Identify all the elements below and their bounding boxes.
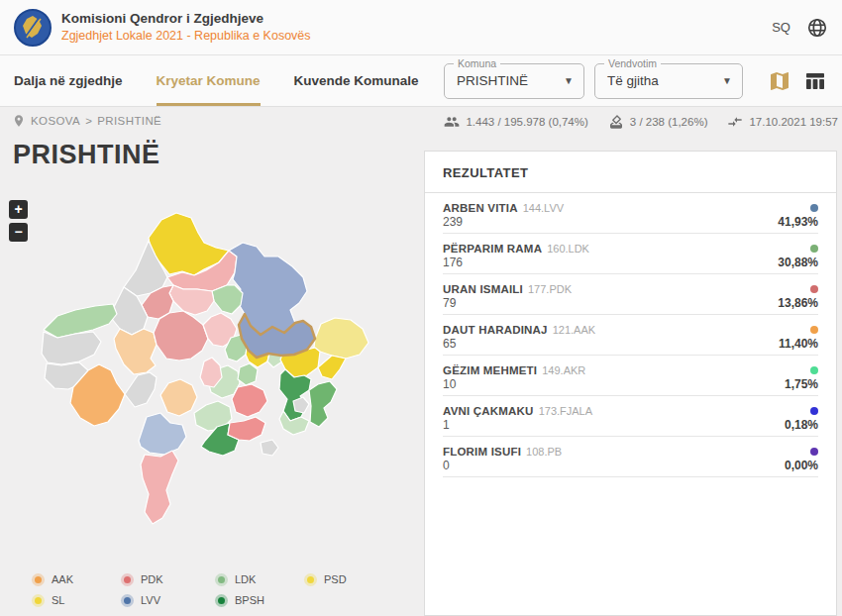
- map-region-28[interactable]: [125, 372, 157, 407]
- map-region-29[interactable]: [160, 379, 197, 416]
- party-color-dot: [810, 204, 818, 212]
- group-icon: [444, 114, 460, 130]
- map-region-35[interactable]: [228, 417, 265, 441]
- map-region-31[interactable]: [238, 363, 258, 385]
- location-pin-icon: [12, 114, 26, 128]
- komuna-value: PRISHTINË: [457, 73, 528, 88]
- breadcrumb-current: PRISHTINË: [97, 115, 161, 127]
- timestamp-stat: 17.10.2021 19:57: [727, 114, 838, 130]
- map-region-16[interactable]: [314, 318, 368, 359]
- candidate-list: 160.LDK: [547, 243, 589, 255]
- legend-item-bpsh: BPSH: [218, 594, 307, 606]
- result-row-florim-isufi: FLORIM ISUFI108.PB00,00%: [443, 437, 818, 477]
- results-title: REZULTATET: [425, 152, 836, 193]
- language-selector[interactable]: SQ: [772, 20, 790, 35]
- app-title: Komisioni Qendror i Zgjedhjeve: [61, 10, 311, 28]
- legend-dot: [124, 597, 131, 604]
- filter-group: Komuna PRISHTINË ▼ Vendvotim Të gjitha ▼: [444, 55, 828, 106]
- result-row-daut-haradinaj: DAUT HARADINAJ121.AAK6511,40%: [443, 315, 818, 356]
- map-region-10[interactable]: [42, 332, 101, 364]
- map-region-36[interactable]: [261, 440, 278, 456]
- voters-value: 1.443 / 195.978 (0,74%): [466, 116, 587, 128]
- candidate-percent: 0,18%: [785, 418, 818, 432]
- party-color-dot: [810, 366, 818, 374]
- candidate-name: ARBEN VITIA: [443, 202, 518, 214]
- party-color-dot: [810, 448, 818, 456]
- candidate-votes: 79: [443, 296, 456, 310]
- chevron-down-icon: ▼: [708, 75, 732, 86]
- legend-dot: [35, 597, 42, 604]
- legend-item-ldk: LDK: [218, 573, 307, 585]
- vendvotim-value: Të gjitha: [607, 73, 659, 88]
- legend-label: AAK: [52, 573, 73, 585]
- table-icon: [803, 69, 827, 93]
- map-view-button[interactable]: [767, 68, 792, 94]
- map-region-33[interactable]: [139, 413, 186, 455]
- compare-arrows-icon: [727, 114, 743, 130]
- party-color-dot: [810, 245, 818, 253]
- candidate-percent: 30,88%: [778, 256, 818, 269]
- tab-kuvende-komunale[interactable]: Kuvende Komunale: [294, 55, 419, 106]
- party-legend: AAKPDKLDKPSDSLLVVBPSH: [35, 573, 386, 606]
- candidate-list: 173.FJALA: [539, 405, 592, 417]
- results-rows: ARBEN VITIA144.LVV23941,93%PËRPARIM RAMA…: [425, 193, 836, 477]
- legend-label: SL: [52, 594, 64, 606]
- legend-dot: [307, 576, 314, 583]
- kqz-logo-icon: [14, 9, 52, 47]
- map-region-20[interactable]: [318, 356, 346, 379]
- candidate-percent: 0,00%: [785, 459, 818, 472]
- main-navbar: Dalja në zgjedhjeKryetar KomuneKuvende K…: [0, 55, 842, 107]
- stations-stat: 3 / 238 (1,26%): [608, 114, 708, 130]
- chevron-down-icon: ▼: [550, 75, 574, 86]
- candidate-name: GËZIM MEHMETI: [443, 364, 537, 376]
- candidate-list: 144.LVV: [523, 202, 564, 214]
- ballot-box-icon: [608, 114, 624, 130]
- globe-icon[interactable]: [806, 17, 828, 39]
- legend-dot: [218, 576, 225, 583]
- kosovo-municipalities-map[interactable]: [0, 193, 426, 560]
- map-region-25[interactable]: [232, 384, 267, 417]
- legend-label: BPSH: [235, 594, 264, 606]
- map-region-12[interactable]: [114, 329, 157, 374]
- candidate-percent: 1,75%: [785, 377, 818, 391]
- party-color-dot: [810, 285, 818, 293]
- tab-kryetar-komune[interactable]: Kryetar Komune: [157, 55, 261, 106]
- map-region-13[interactable]: [154, 311, 208, 360]
- candidate-percent: 41,93%: [778, 215, 818, 229]
- legend-label: PDK: [141, 573, 163, 585]
- vendvotim-select[interactable]: Vendvotim Të gjitha ▼: [594, 63, 743, 99]
- vendvotim-label: Vendvotim: [604, 57, 661, 70]
- table-view-button[interactable]: [802, 68, 828, 94]
- result-row-g-zim-mehmeti: GËZIM MEHMETI149.AKR101,75%: [443, 356, 818, 396]
- legend-dot: [35, 576, 42, 583]
- app-subtitle: Zgjedhjet Lokale 2021 - Republika e Koso…: [61, 28, 311, 45]
- legend-item-sl: SL: [35, 594, 124, 606]
- election-results-app: Komisioni Qendror i Zgjedhjeve Zgjedhjet…: [0, 0, 842, 616]
- legend-label: LVV: [141, 594, 160, 606]
- results-panel: REZULTATET ARBEN VITIA144.LVV23941,93%PË…: [424, 151, 837, 616]
- komuna-label: Komuna: [454, 57, 500, 70]
- candidate-name: AVNI ÇAKMAKU: [443, 405, 534, 417]
- legend-label: LDK: [235, 573, 256, 585]
- candidate-list: 121.AAK: [553, 324, 595, 336]
- map-region-26[interactable]: [309, 381, 337, 427]
- candidate-votes: 10: [443, 377, 456, 391]
- candidate-percent: 13,86%: [778, 296, 818, 310]
- tab-dalja-n-zgjedhje[interactable]: Dalja në zgjedhje: [14, 55, 123, 106]
- komuna-select[interactable]: Komuna PRISHTINË ▼: [444, 63, 584, 99]
- map-region-24[interactable]: [293, 397, 309, 413]
- meta-row: KOSOVA > PRISHTINË 1.443 / 195.978 (0,74…: [0, 108, 842, 138]
- candidate-list: 177.PDK: [528, 283, 572, 295]
- legend-dot: [218, 597, 225, 604]
- breadcrumb-root[interactable]: KOSOVA: [31, 115, 80, 127]
- candidate-votes: 65: [443, 337, 456, 351]
- candidate-name: PËRPARIM RAMA: [443, 243, 542, 255]
- legend-item-aak: AAK: [35, 573, 124, 585]
- map-region-37[interactable]: [141, 451, 178, 524]
- voters-stat: 1.443 / 195.978 (0,74%): [444, 114, 587, 130]
- header-titles: Komisioni Qendror i Zgjedhjeve Zgjedhjet…: [61, 10, 311, 45]
- map-region-5[interactable]: [212, 285, 243, 314]
- stats-bar: 1.443 / 195.978 (0,74%) 3 / 238 (1,26%) …: [444, 114, 838, 130]
- party-color-dot: [810, 326, 818, 334]
- legend-item-psd: PSD: [307, 573, 386, 585]
